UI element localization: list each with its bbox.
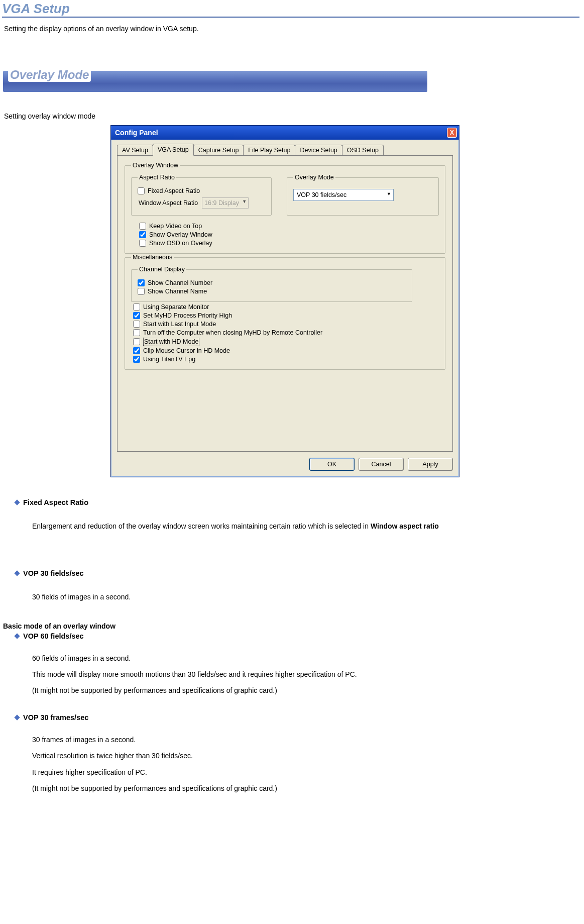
diamond-icon xyxy=(14,714,20,720)
overlay-mode-legend: Overlay Mode xyxy=(293,174,335,181)
turn-off-computer-checkbox[interactable] xyxy=(133,329,140,336)
tab-strip: AV Setup VGA Setup Capture Setup File Pl… xyxy=(111,140,459,155)
vop60fields-body: 60 fields of images in a second. This mo… xyxy=(32,650,584,699)
intro-text: Setting the display options of an overla… xyxy=(4,25,584,33)
vop60fields-line-3: (It might not be supported by performanc… xyxy=(32,682,584,698)
show-osd-on-overlay-label: Show OSD on Overlay xyxy=(149,240,212,247)
diamond-icon xyxy=(14,499,20,505)
bullet-fixed-aspect: Fixed Aspect Ratio xyxy=(15,498,584,506)
tab-av-setup[interactable]: AV Setup xyxy=(117,145,153,155)
vop30frames-line-3: It requires higher specification of PC. xyxy=(32,764,584,780)
clip-mouse-cursor-checkbox[interactable] xyxy=(133,347,140,354)
set-myhd-priority-high-checkbox[interactable] xyxy=(133,312,140,319)
overlay-mode-select[interactable]: VOP 30 fields/sec xyxy=(293,189,394,201)
config-panel-dialog: Config Panel X AV Setup VGA Setup Captur… xyxy=(110,125,459,477)
vop30frames-line-1: 30 frames of images in a second. xyxy=(32,732,584,748)
using-titantv-epg-label: Using TitanTV Epg xyxy=(143,356,195,363)
bullet-title-vop30fields: VOP 30 fields/sec xyxy=(23,569,84,577)
show-channel-name-label: Show Channel Name xyxy=(148,288,207,295)
clip-mouse-cursor-label: Clip Mouse Cursor in HD Mode xyxy=(143,347,230,354)
section-bar-label: Overlay Mode xyxy=(8,68,91,82)
basic-mode-heading: Basic mode of an overlay window xyxy=(3,622,584,630)
using-separate-monitor-checkbox[interactable] xyxy=(133,303,140,311)
show-channel-name-checkbox[interactable] xyxy=(138,288,145,295)
apply-button[interactable]: Apply xyxy=(408,458,453,471)
aspect-ratio-legend: Aspect Ratio xyxy=(138,174,176,181)
dialog-title: Config Panel xyxy=(115,129,158,137)
fixed-aspect-checkbox[interactable] xyxy=(138,187,145,194)
bullet-vop30fields: VOP 30 fields/sec xyxy=(15,569,584,577)
apply-button-rest: pply xyxy=(427,461,438,468)
overlay-window-group: Overlay Window Aspect Ratio Fixed Aspect… xyxy=(125,162,445,254)
section-bar: Overlay Mode xyxy=(3,71,427,92)
sub-text: Setting overlay window mode xyxy=(4,112,584,120)
start-with-hd-mode-label: Start with HD Mode xyxy=(143,338,199,346)
miscellaneous-legend: Miscellaneous xyxy=(131,254,174,261)
window-aspect-select[interactable]: 16:9 Display xyxy=(202,197,249,209)
fixed-aspect-body-strong: Window aspect ratio xyxy=(371,522,439,530)
channel-display-legend: Channel Display xyxy=(138,266,186,273)
fixed-aspect-body: Enlargement and reduction of the overlay… xyxy=(32,522,371,530)
vop60fields-line-2: This mode will display more smooth motio… xyxy=(32,666,584,682)
cancel-button[interactable]: Cancel xyxy=(359,458,404,471)
close-button[interactable]: X xyxy=(447,128,457,138)
show-channel-number-label: Show Channel Number xyxy=(148,279,212,286)
bullet-title-fixed-aspect: Fixed Aspect Ratio xyxy=(23,498,88,506)
dialog-button-row: OK Cancel Apply xyxy=(111,458,459,477)
window-aspect-label: Window Aspect Ratio xyxy=(139,199,198,207)
show-overlay-window-checkbox[interactable] xyxy=(139,231,146,238)
bullet-vop60fields: VOP 60 fields/sec xyxy=(15,632,584,640)
vop30frames-line-2: Vertical resolution is twice higher than… xyxy=(32,748,584,764)
set-myhd-priority-high-label: Set MyHD Process Priority High xyxy=(143,312,232,319)
fixed-aspect-label: Fixed Aspect Ratio xyxy=(148,187,200,194)
keep-video-on-top-label: Keep Video on Top xyxy=(149,223,202,230)
diamond-icon xyxy=(14,633,20,639)
bullet-vop30frames: VOP 30 frames/sec xyxy=(15,713,584,722)
diamond-icon xyxy=(14,570,20,576)
bullet-title-vop60fields: VOP 60 fields/sec xyxy=(23,632,84,640)
turn-off-computer-label: Turn off the Computer when closing MyHD … xyxy=(143,329,322,336)
using-separate-monitor-label: Using Separate Monitor xyxy=(143,303,209,311)
page-title: VGA Setup xyxy=(2,1,579,18)
ok-button[interactable]: OK xyxy=(309,458,355,471)
tab-file-play-setup[interactable]: File Play Setup xyxy=(243,145,295,155)
close-icon: X xyxy=(450,129,454,136)
vop30frames-line-4: (It might not be supported by performanc… xyxy=(32,780,584,796)
aspect-ratio-group: Aspect Ratio Fixed Aspect Ratio Window A… xyxy=(131,174,272,216)
vop30fields-body: 30 fields of images in a second. xyxy=(32,589,584,605)
tab-capture-setup[interactable]: Capture Setup xyxy=(193,145,244,155)
keep-video-on-top-checkbox[interactable] xyxy=(139,223,146,230)
miscellaneous-group: Miscellaneous Channel Display Show Chann… xyxy=(125,254,445,370)
channel-display-group: Channel Display Show Channel Number Show… xyxy=(131,266,412,302)
bullet-title-vop30frames: VOP 30 frames/sec xyxy=(23,713,88,722)
tab-device-setup[interactable]: Device Setup xyxy=(295,145,342,155)
show-overlay-window-label: Show Overlay Window xyxy=(149,231,212,238)
tab-vga-setup[interactable]: VGA Setup xyxy=(153,144,194,156)
overlay-window-legend: Overlay Window xyxy=(131,162,180,169)
dialog-titlebar[interactable]: Config Panel X xyxy=(111,126,459,140)
start-last-input-mode-checkbox[interactable] xyxy=(133,321,140,328)
show-osd-on-overlay-checkbox[interactable] xyxy=(139,240,146,247)
start-last-input-mode-label: Start with Last Input Mode xyxy=(143,321,216,328)
overlay-mode-group: Overlay Mode VOP 30 fields/sec xyxy=(287,174,439,216)
using-titantv-epg-checkbox[interactable] xyxy=(133,356,140,363)
vop60fields-line-1: 60 fields of images in a second. xyxy=(32,650,584,666)
vop30frames-body: 30 frames of images in a second. Vertica… xyxy=(32,732,584,796)
tab-osd-setup[interactable]: OSD Setup xyxy=(342,145,384,155)
tab-panel: Overlay Window Aspect Ratio Fixed Aspect… xyxy=(117,155,453,452)
show-channel-number-checkbox[interactable] xyxy=(138,279,145,286)
start-with-hd-mode-checkbox[interactable] xyxy=(133,338,140,345)
